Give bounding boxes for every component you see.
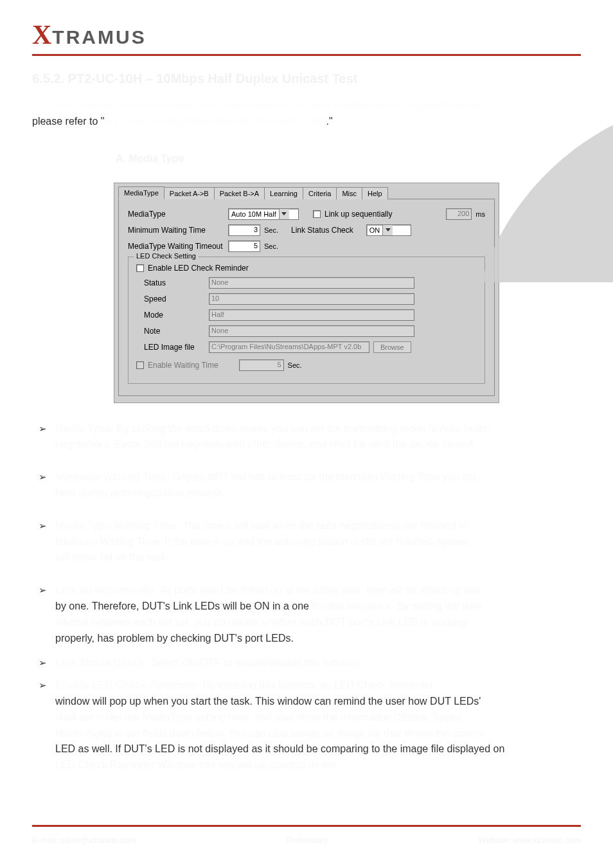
logo: X TRAMUS [32, 19, 581, 50]
tab-mediatype[interactable]: MediaType [118, 186, 164, 199]
browse-button[interactable]: Browse [373, 341, 411, 353]
led-status-input[interactable]: None [209, 277, 414, 289]
led-speed-input[interactable]: 10 [209, 293, 414, 305]
enable-led-check-checkbox[interactable] [136, 264, 144, 272]
footer-center: Preliminary [287, 835, 328, 845]
led-speed-label: Speed [144, 294, 205, 303]
min-wait-label: Minimum Waiting Time [128, 226, 224, 235]
mediatype-dialog: MediaType Packet A->B Packet B->A Learni… [114, 183, 499, 403]
link-sequentially-label: Link up sequentially [324, 210, 392, 219]
section-title: 6.5.2. PT2-UC-10H – 10Mbps Half Duplex U… [32, 71, 581, 86]
tab-help[interactable]: Help [362, 187, 388, 199]
led-image-input[interactable]: C:\Program Files\NuStreams\DApps-MPT v2.… [209, 341, 369, 353]
tab-panel: MediaType Auto 10M Half Link up sequenti… [118, 199, 495, 396]
led-check-fieldset: LED Check Setting Enable LED Check Remin… [128, 257, 485, 384]
timeout-input[interactable]: 5 [228, 240, 260, 252]
logo-x: X [32, 19, 51, 50]
mediatype-label: MediaType [128, 210, 224, 219]
logo-rest: TRAMUS [52, 26, 146, 48]
link-status-label: Link Status Check [291, 226, 353, 235]
sec-unit-1: Sec. [264, 226, 278, 234]
footer-rule [32, 825, 581, 827]
footer-left: E-mail: sales@xtramus.com [32, 835, 136, 845]
footer-right: Website: www.xtramus.com [479, 835, 581, 845]
ms-unit: ms [475, 210, 485, 218]
enable-waiting-time-label: Enable Waiting Time [148, 361, 218, 370]
led-note-input[interactable]: None [209, 325, 414, 337]
sec-unit-2: Sec. [264, 242, 278, 250]
led-image-label: LED Image file [144, 343, 205, 352]
tab-learning[interactable]: Learning [264, 187, 303, 199]
enable-waiting-time-checkbox[interactable] [136, 361, 144, 369]
led-note-label: Note [144, 327, 205, 336]
tab-bar: MediaType Packet A->B Packet B->A Learni… [114, 183, 499, 199]
bullet-link-seq: Link up sequentially: All ports won't be… [55, 583, 581, 646]
tab-packet-ab[interactable]: Packet A->B [164, 187, 215, 199]
enable-led-check-label: Enable LED Check Reminder [148, 264, 249, 273]
bullet-min-wait: Minimum Waiting Time: DApps-MPT will hal… [55, 469, 581, 502]
bullet-led-reminder: Enable LED Check Reminder: By enabling t… [55, 678, 581, 773]
intro-paragraph: For more detailed information about basi… [32, 98, 581, 130]
bullet-link-status: Link Status Check: Select ON/OFF to enab… [55, 655, 581, 671]
tab-misc[interactable]: Misc [336, 187, 362, 199]
led-check-legend: LED Check Setting [134, 252, 199, 260]
sec-unit-3: Sec. [288, 361, 302, 369]
led-mode-input[interactable]: Half [209, 309, 414, 321]
waiting-time-input[interactable]: 5 [239, 359, 284, 371]
bullet-media-type: Media Type: By clicking the scroll-down … [55, 421, 581, 453]
bullet-timeout: Media Type Waiting Time: The time it wil… [55, 518, 581, 566]
footer: E-mail: sales@xtramus.com Preliminary We… [32, 835, 581, 845]
led-status-label: Status [144, 278, 205, 287]
header-rule [32, 54, 581, 56]
link-sequentially-checkbox[interactable] [313, 210, 321, 218]
bullet-list: Media Type: By clicking the scroll-down … [32, 421, 581, 773]
tab-criteria[interactable]: Criteria [303, 187, 337, 199]
tab-packet-ba[interactable]: Packet B->A [214, 187, 265, 199]
timeout-label: MediaType Waiting Timeout [128, 242, 224, 251]
min-wait-input[interactable]: 3 [228, 224, 260, 236]
subsection-caption: A. Media Type [116, 153, 581, 165]
chevron-down-icon [382, 225, 393, 235]
link-seq-interval-input[interactable]: 200 [446, 208, 472, 220]
link-status-select[interactable]: ON [366, 224, 411, 236]
chevron-down-icon [279, 209, 289, 219]
led-mode-label: Mode [144, 311, 205, 320]
mediatype-select[interactable]: Auto 10M Half [228, 208, 299, 220]
